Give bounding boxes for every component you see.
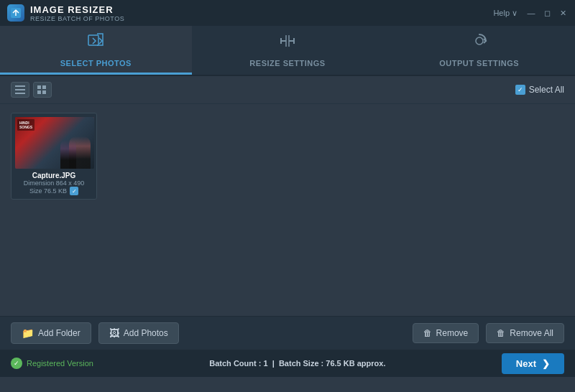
remove-icon: 🗑 <box>423 328 432 338</box>
app-subtitle: RESIZE BATCH OF PHOTOS <box>30 15 124 22</box>
remove-all-label: Remove All <box>510 328 553 338</box>
title-bar-right: Help ∨ — ◻ ✕ <box>493 8 568 18</box>
grid-view-button[interactable] <box>33 82 52 98</box>
svg-rect-8 <box>37 90 41 94</box>
svg-rect-7 <box>42 85 46 89</box>
batch-info: Batch Count : 1 | Batch Size : 76.5 KB a… <box>209 359 385 368</box>
tab-output-settings[interactable]: OUTPUT SETTINGS <box>383 26 575 75</box>
add-photos-button[interactable]: 🖼 Add Photos <box>98 322 179 344</box>
tabs: SELECT PHOTOS RESIZE SETTINGS OUTPUT SET… <box>0 26 575 76</box>
list-view-button[interactable] <box>11 82 29 98</box>
photo-size-row: Size 76.5 KB ✓ <box>15 187 93 195</box>
remove-all-button[interactable]: 🗑 Remove All <box>486 323 564 343</box>
resize-settings-icon <box>277 31 298 55</box>
svg-rect-3 <box>15 85 25 87</box>
registered-icon: ✓ <box>11 358 22 369</box>
tab-output-settings-label: OUTPUT SETTINGS <box>439 59 519 67</box>
batch-size-value: 76.5 KB approx. <box>326 359 385 368</box>
remove-label: Remove <box>436 328 469 338</box>
app-title: IMAGE RESIZER <box>30 4 124 15</box>
svg-rect-4 <box>15 89 25 90</box>
next-button[interactable]: Next ❯ <box>502 353 564 374</box>
select-all-checkbox[interactable]: ✓ <box>515 85 525 95</box>
batch-size-label: Batch Size : <box>279 359 323 368</box>
svg-point-2 <box>476 37 483 45</box>
batch-count-value: 1 <box>263 359 267 368</box>
add-folder-label: Add Folder <box>38 328 80 338</box>
help-button[interactable]: Help ∨ <box>493 9 518 18</box>
add-folder-icon: 📁 <box>22 327 34 339</box>
remove-all-icon: 🗑 <box>497 328 505 338</box>
photo-grid: HINDISONGS Capture.JPG Dimension 864 x 4… <box>11 113 564 200</box>
title-bar: IMAGE RESIZER RESIZE BATCH OF PHOTOS Hel… <box>0 0 575 26</box>
svg-rect-5 <box>15 93 25 94</box>
photo-checkbox[interactable]: ✓ <box>70 187 78 195</box>
close-button[interactable]: ✕ <box>558 8 568 18</box>
tab-select-photos-label: SELECT PHOTOS <box>60 59 132 67</box>
content-area: HINDISONGS Capture.JPG Dimension 864 x 4… <box>0 104 575 316</box>
photo-info: Capture.JPG Dimension 864 x 490 Size 76.… <box>15 172 93 195</box>
photo-name: Capture.JPG <box>15 172 93 179</box>
select-all-area[interactable]: ✓ Select All <box>515 85 564 95</box>
svg-rect-9 <box>42 90 46 94</box>
photo-item[interactable]: HINDISONGS Capture.JPG Dimension 864 x 4… <box>11 113 97 200</box>
tab-resize-settings-label: RESIZE SETTINGS <box>249 59 325 67</box>
status-bar: ✓ Registered Version Batch Count : 1 | B… <box>0 350 575 377</box>
window-controls: — ◻ ✕ <box>526 8 568 18</box>
output-settings-icon <box>469 31 489 55</box>
toolbar: ✓ Select All <box>0 76 575 104</box>
add-photos-label: Add Photos <box>124 328 168 338</box>
photo-thumbnail: HINDISONGS <box>15 117 94 169</box>
svg-rect-6 <box>37 85 41 89</box>
next-label: Next <box>516 358 536 369</box>
select-photos-icon <box>86 31 106 55</box>
remove-button[interactable]: 🗑 Remove <box>413 323 479 343</box>
thumbnail-image: HINDISONGS <box>15 117 94 169</box>
title-bar-left: IMAGE RESIZER RESIZE BATCH OF PHOTOS <box>7 4 124 22</box>
app-title-group: IMAGE RESIZER RESIZE BATCH OF PHOTOS <box>30 4 124 22</box>
registered-status: ✓ Registered Version <box>11 358 93 369</box>
action-bar: 📁 Add Folder 🖼 Add Photos 🗑 Remove 🗑 Rem… <box>0 316 575 350</box>
next-icon: ❯ <box>542 358 550 369</box>
maximize-button[interactable]: ◻ <box>542 8 552 18</box>
photo-dimension: Dimension 864 x 490 <box>15 179 93 187</box>
tab-select-photos[interactable]: SELECT PHOTOS <box>0 26 192 75</box>
add-folder-button[interactable]: 📁 Add Folder <box>11 322 91 344</box>
select-all-label: Select All <box>529 85 564 95</box>
separator: | <box>272 359 275 368</box>
tab-resize-settings[interactable]: RESIZE SETTINGS <box>192 26 384 75</box>
add-photos-icon: 🖼 <box>109 327 119 339</box>
view-buttons <box>11 82 52 98</box>
registered-label: Registered Version <box>27 359 93 368</box>
batch-count-label: Batch Count : <box>209 359 261 368</box>
photo-size: Size 76.5 KB <box>29 187 67 195</box>
minimize-button[interactable]: — <box>526 8 536 18</box>
app-icon <box>7 4 24 22</box>
